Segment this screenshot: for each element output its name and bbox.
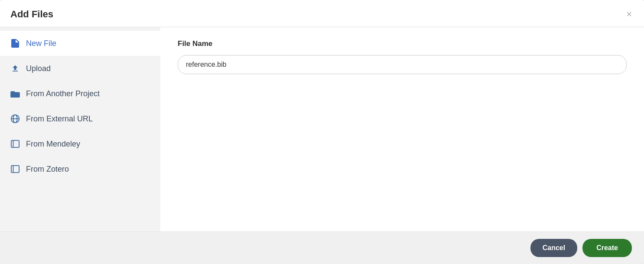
file-name-input[interactable] [178,55,627,74]
sidebar-item-label: From External URL [26,114,93,124]
svg-rect-5 [11,166,19,173]
sidebar-item-label: From Another Project [26,89,100,98]
file-name-label: File Name [178,39,627,48]
book-mendeley-icon [10,139,20,149]
create-button[interactable]: Create [582,239,632,257]
add-files-dialog: Add Files × New File [0,0,644,264]
sidebar-item-from-mendeley[interactable]: From Mendeley [0,131,160,156]
cancel-button[interactable]: Cancel [530,239,577,257]
globe-icon [10,114,20,124]
sidebar-item-from-another-project[interactable]: From Another Project [0,81,160,106]
sidebar-item-label: From Mendeley [26,140,80,149]
dialog-footer: Cancel Create [0,231,644,264]
svg-rect-3 [11,140,19,147]
dialog-header: Add Files × [0,0,644,27]
sidebar-item-label: New File [26,39,56,48]
folder-icon [10,89,20,98]
close-button[interactable]: × [624,8,634,21]
dialog-title: Add Files [10,9,53,20]
sidebar-item-upload[interactable]: Upload [0,56,160,81]
sidebar-item-label: Upload [26,64,51,73]
file-icon [10,39,20,48]
sidebar-item-label: From Zotero [26,165,69,174]
main-content: File Name [160,27,644,231]
book-zotero-icon [10,164,20,174]
dialog-body: New File Upload From Another Proje [0,27,644,231]
sidebar-item-new-file[interactable]: New File [0,31,160,56]
upload-icon [10,64,20,73]
sidebar-item-from-external-url[interactable]: From External URL [0,106,160,131]
sidebar-item-from-zotero[interactable]: From Zotero [0,156,160,182]
sidebar: New File Upload From Another Proje [0,27,160,231]
